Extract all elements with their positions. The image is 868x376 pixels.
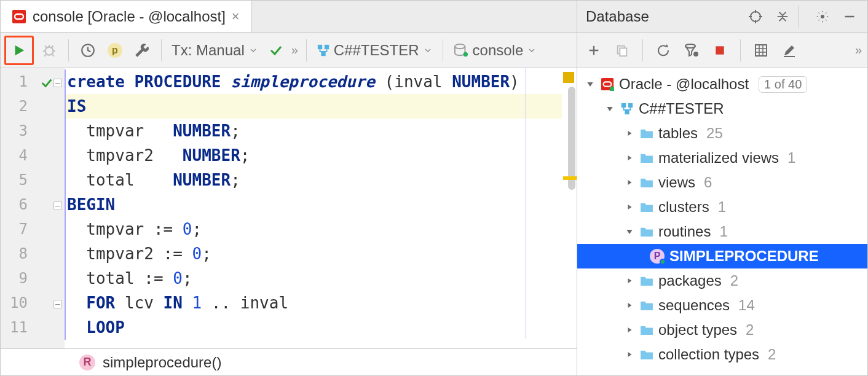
expand-icon[interactable] bbox=[624, 300, 635, 311]
schema-dropdown[interactable]: C##TESTER bbox=[314, 42, 435, 59]
group-label: materialized views bbox=[658, 149, 779, 166]
code-line[interactable]: tmpvar2 NUMBER; bbox=[65, 143, 562, 168]
tree-group[interactable]: packages2 bbox=[577, 268, 867, 293]
expand-icon[interactable] bbox=[585, 79, 596, 90]
svg-rect-5 bbox=[325, 44, 329, 49]
code-line[interactable]: LOOP bbox=[65, 315, 562, 340]
add-button[interactable] bbox=[582, 39, 606, 62]
edit-button[interactable] bbox=[778, 39, 801, 62]
svg-rect-4 bbox=[318, 44, 322, 49]
overflow-icon[interactable]: » bbox=[291, 43, 299, 57]
fold-icon[interactable] bbox=[53, 202, 62, 210]
stop-button[interactable] bbox=[708, 39, 732, 62]
svg-rect-14 bbox=[620, 48, 626, 56]
separator bbox=[161, 39, 162, 61]
tree-group[interactable]: object types2 bbox=[577, 318, 867, 342]
breadcrumb-routine[interactable]: simpleprocedure() bbox=[103, 354, 221, 371]
minimize-icon[interactable] bbox=[840, 7, 859, 26]
gutter-row bbox=[35, 71, 65, 95]
code-line[interactable]: tmpvar NUMBER; bbox=[65, 119, 562, 143]
gutter-row bbox=[35, 243, 65, 267]
fold-icon[interactable] bbox=[53, 79, 62, 87]
settings-button[interactable] bbox=[130, 39, 154, 62]
expand-icon[interactable] bbox=[624, 202, 635, 213]
commit-button[interactable] bbox=[264, 39, 288, 62]
folder-icon bbox=[640, 324, 653, 335]
scrollbar[interactable] bbox=[562, 68, 577, 348]
group-label: sequences bbox=[658, 297, 730, 314]
svg-point-8 bbox=[463, 52, 467, 56]
editor-tab[interactable]: console [Oracle - @localhost] × bbox=[1, 1, 251, 32]
tree-group[interactable]: views6 bbox=[577, 170, 867, 195]
scroll-thumb[interactable] bbox=[568, 87, 575, 190]
code-editor[interactable]: 1234567891011 create PROCEDURE simplepro… bbox=[1, 68, 577, 348]
code-line[interactable]: total NUMBER; bbox=[65, 168, 562, 192]
database-panel-header: Database bbox=[577, 1, 867, 33]
group-label: packages bbox=[658, 272, 722, 289]
svg-rect-18 bbox=[756, 45, 767, 56]
expand-icon[interactable] bbox=[624, 226, 635, 237]
database-toolbar: » bbox=[577, 33, 867, 68]
code-line[interactable]: FOR lcv IN 1 .. inval bbox=[65, 291, 562, 315]
database-tree[interactable]: Oracle - @localhost 1 of 40 C##TESTER ta… bbox=[577, 68, 867, 375]
tree-group-routines[interactable]: routines 1 bbox=[577, 219, 867, 244]
code-line[interactable]: create PROCEDURE simpleprocedure (inval … bbox=[65, 69, 562, 94]
svg-rect-17 bbox=[716, 46, 724, 54]
collapse-icon[interactable] bbox=[773, 7, 792, 26]
expand-icon[interactable] bbox=[624, 152, 635, 163]
warning-marker[interactable] bbox=[563, 72, 574, 83]
tree-routine-item[interactable]: P SIMPLEPROCEDURE bbox=[577, 244, 867, 268]
procedure-badge[interactable]: p bbox=[103, 39, 127, 62]
tree-root[interactable]: Oracle - @localhost 1 of 40 bbox=[577, 72, 867, 96]
code-line[interactable]: BEGIN bbox=[65, 192, 562, 217]
wrench-icon bbox=[134, 42, 150, 58]
fold-icon[interactable] bbox=[53, 300, 62, 308]
run-button[interactable] bbox=[4, 36, 34, 65]
tx-mode-dropdown[interactable]: Tx: Manual bbox=[169, 42, 261, 59]
gear-icon[interactable] bbox=[813, 7, 832, 26]
close-icon[interactable]: × bbox=[232, 9, 240, 25]
tree-group[interactable]: sequences14 bbox=[577, 293, 867, 318]
svg-point-9 bbox=[751, 12, 760, 22]
warning-strip bbox=[563, 176, 577, 180]
history-button[interactable] bbox=[76, 39, 100, 62]
overflow-icon[interactable]: » bbox=[855, 43, 862, 57]
expand-icon[interactable] bbox=[624, 275, 635, 286]
svg-point-11 bbox=[821, 15, 824, 18]
line-number: 9 bbox=[1, 266, 35, 291]
folder-icon bbox=[640, 177, 653, 188]
schema-label: C##TESTER bbox=[639, 100, 724, 117]
expand-icon[interactable] bbox=[624, 349, 635, 360]
code-line[interactable]: total := 0; bbox=[65, 266, 562, 291]
table-view-button[interactable] bbox=[749, 39, 773, 62]
copy-button[interactable] bbox=[610, 39, 634, 62]
tree-schema[interactable]: C##TESTER bbox=[577, 96, 867, 121]
separator bbox=[798, 6, 799, 28]
filter-button[interactable] bbox=[680, 39, 703, 62]
group-count: 2 bbox=[768, 346, 776, 363]
group-count: 25 bbox=[706, 125, 723, 142]
line-number: 6 bbox=[1, 192, 35, 217]
expand-icon[interactable] bbox=[624, 324, 635, 335]
group-label: tables bbox=[658, 125, 698, 142]
database-title: Database bbox=[586, 8, 649, 25]
code-line[interactable]: tmpvar := 0; bbox=[65, 217, 562, 241]
tree-group[interactable]: collection types2 bbox=[577, 342, 867, 367]
console-dropdown[interactable]: console bbox=[451, 42, 540, 59]
svg-rect-25 bbox=[625, 110, 629, 114]
routine-name: SIMPLEPROCEDURE bbox=[669, 248, 819, 265]
tree-group[interactable]: materialized views1 bbox=[577, 146, 867, 170]
expand-icon[interactable] bbox=[624, 128, 635, 139]
group-label: views bbox=[658, 174, 695, 191]
code-area[interactable]: create PROCEDURE simpleprocedure (inval … bbox=[65, 68, 562, 348]
debug-button[interactable] bbox=[37, 39, 61, 62]
tree-group[interactable]: tables25 bbox=[577, 121, 867, 146]
target-icon[interactable] bbox=[746, 7, 765, 26]
refresh-icon bbox=[656, 43, 671, 58]
code-line[interactable]: IS bbox=[65, 94, 562, 119]
expand-icon[interactable] bbox=[624, 177, 635, 188]
refresh-button[interactable] bbox=[652, 39, 675, 62]
tree-group[interactable]: clusters1 bbox=[577, 195, 867, 219]
expand-icon[interactable] bbox=[604, 103, 615, 114]
code-line[interactable]: tmpvar2 := 0; bbox=[65, 241, 562, 266]
